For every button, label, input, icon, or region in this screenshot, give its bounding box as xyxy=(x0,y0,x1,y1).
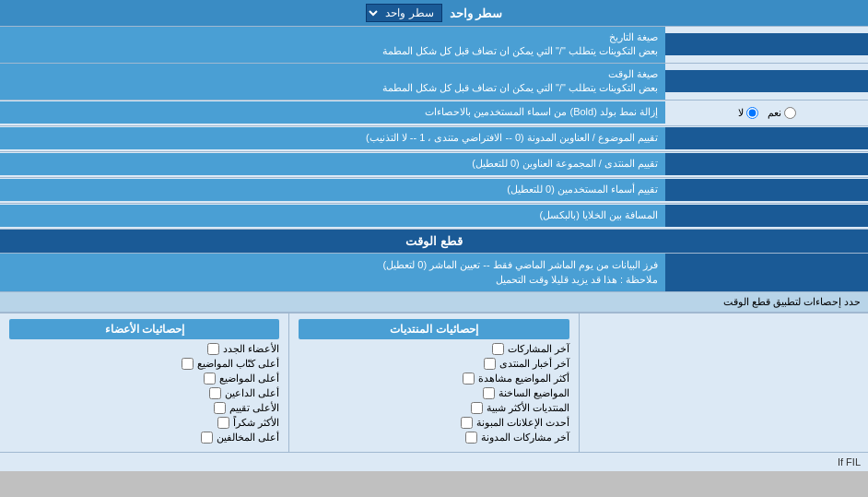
checkbox-new-members[interactable] xyxy=(207,343,219,355)
checkbox-top-posters[interactable] xyxy=(182,358,194,370)
checkbox-latest-announcements[interactable] xyxy=(461,417,473,429)
check-member-2: أعلى كتّاب المواضيع xyxy=(9,358,279,370)
check-item-7-label: آخر مشاركات المدونة xyxy=(481,432,569,444)
check-member-1-label: الأعضاء الجدد xyxy=(223,343,279,355)
checkbox-top-inviters[interactable] xyxy=(209,387,221,399)
user-rating-label: تقييم أسماء المستخدمين (0 للتعطيل) xyxy=(0,179,665,200)
checkbox-blog-posts[interactable] xyxy=(465,432,477,444)
row-topic-rating: 33 تقييم الموضوع / العناوين المدونة (0 -… xyxy=(0,126,868,152)
radio-no-label[interactable]: لا xyxy=(738,107,758,119)
header-row: سطر واحد سطر واحد سطرين ثلاثة أسطر xyxy=(0,0,868,27)
note-row: 0 فرز البيانات من يوم الماشر الماضي فقط … xyxy=(0,254,868,292)
checkbox-most-viewed[interactable] xyxy=(463,373,475,385)
note-input[interactable]: 0 xyxy=(671,266,862,278)
col-members-header: إحصائيات الأعضاء xyxy=(9,319,279,339)
checkboxes-col-members: إحصائيات الأعضاء الأعضاء الجدد أعلى كتّا… xyxy=(0,314,288,452)
date-format-input[interactable]: d-m xyxy=(671,38,862,51)
empty-col xyxy=(580,314,868,452)
check-member-1: الأعضاء الجدد xyxy=(9,343,279,355)
check-item-6-label: أحدث الإعلانات المبونة xyxy=(476,417,569,429)
check-item-2-label: آخر أخبار المنتدى xyxy=(499,358,569,370)
check-item-3-label: أكثر المواضيع مشاهدة xyxy=(478,373,569,385)
check-member-7-label: أعلى المخالفين xyxy=(217,432,279,444)
checkboxes-section: إحصائيات المنتديات آخر المشاركات آخر أخب… xyxy=(0,313,868,452)
time-format-label: صيغة الوقت بعض التكوينات يتطلب "/" التي … xyxy=(0,64,665,100)
topic-rating-input[interactable]: 33 xyxy=(671,132,862,145)
check-member-5-label: الأعلى تقييم xyxy=(229,402,279,414)
divider-col xyxy=(579,314,580,452)
check-member-4: أعلى الداعين xyxy=(9,387,279,399)
row-time-format: H:i صيغة الوقت بعض التكوينات يتطلب "/" ا… xyxy=(0,64,868,101)
row-bold-remove: نعم لا إزالة نمط بولد (Bold) من اسماء ال… xyxy=(0,101,868,126)
bold-remove-label: إزالة نمط بولد (Bold) من اسماء المستخدمي… xyxy=(0,101,665,123)
bottom-note: If FIL xyxy=(0,452,868,471)
checkbox-last-posts[interactable] xyxy=(492,343,504,355)
header-title: سطر واحد xyxy=(450,6,503,20)
check-member-7: أعلى المخالفين xyxy=(9,432,279,444)
forum-rating-label: تقييم المنتدى / المجموعة العناوين (0 للت… xyxy=(0,153,665,174)
topic-rating-label: تقييم الموضوع / العناوين المدونة (0 -- ا… xyxy=(0,127,665,148)
check-member-2-label: أعلى كتّاب المواضيع xyxy=(197,358,279,370)
checkbox-forum-news[interactable] xyxy=(484,358,496,370)
date-format-label: صيغة التاريخ بعض التكوينات يتطلب "/" الت… xyxy=(0,27,665,63)
check-item-1-label: آخر المشاركات xyxy=(508,343,569,355)
check-item-1: آخر المشاركات xyxy=(299,343,569,355)
checkboxes-col-forums: إحصائيات المنتديات آخر المشاركات آخر أخب… xyxy=(289,314,578,452)
topic-rating-input-wrap: 33 xyxy=(665,127,868,149)
check-member-6-label: الأكثر شكراً xyxy=(233,417,279,429)
row-forum-rating: 33 تقييم المنتدى / المجموعة العناوين (0 … xyxy=(0,152,868,178)
radio-yes[interactable] xyxy=(784,107,796,119)
col-forums-header: إحصائيات المنتديات xyxy=(299,319,569,339)
checkbox-popular-forums[interactable] xyxy=(471,402,483,414)
check-member-4-label: أعلى الداعين xyxy=(225,387,279,399)
check-item-7: آخر مشاركات المدونة xyxy=(299,432,569,444)
cell-spacing-input-wrap: 2 xyxy=(665,205,868,227)
row-date-format: d-m صيغة التاريخ بعض التكوينات يتطلب "/"… xyxy=(0,27,868,64)
check-member-6: الأكثر شكراً xyxy=(9,417,279,429)
time-format-input[interactable]: H:i xyxy=(671,75,862,88)
checkbox-top-topics[interactable] xyxy=(204,373,216,385)
user-rating-input-wrap: 0 xyxy=(665,179,868,201)
radio-yes-label[interactable]: نعم xyxy=(768,107,796,119)
check-item-2: آخر أخبار المنتدى xyxy=(299,358,569,370)
checkbox-top-rated[interactable] xyxy=(214,402,226,414)
checkbox-hot-topics[interactable] xyxy=(483,387,495,399)
forum-rating-input-wrap: 33 xyxy=(665,153,868,175)
check-item-3: أكثر المواضيع مشاهدة xyxy=(299,373,569,385)
row-user-rating: 0 تقييم أسماء المستخدمين (0 للتعطيل) xyxy=(0,178,868,204)
check-item-4: المواضيع الساخنة xyxy=(299,387,569,399)
limit-row: حدد إحصاءات لتطبيق قطع الوقت xyxy=(0,292,868,313)
forum-rating-input[interactable]: 33 xyxy=(671,158,862,171)
check-member-3-label: أعلى المواضيع xyxy=(219,373,279,385)
cell-spacing-label: المسافة بين الخلايا (بالبكسل) xyxy=(0,205,665,226)
note-label: فرز البيانات من يوم الماشر الماضي فقط --… xyxy=(0,254,665,291)
section-header: قطع الوقت xyxy=(0,230,868,254)
user-rating-input[interactable]: 0 xyxy=(671,183,862,196)
note-input-wrap: 0 xyxy=(665,254,868,291)
row-cell-spacing: 2 المسافة بين الخلايا (بالبكسل) xyxy=(0,204,868,230)
date-format-input-wrap: d-m xyxy=(665,33,868,55)
divider-col-2 xyxy=(288,314,289,452)
checkbox-most-thanked[interactable] xyxy=(217,417,229,429)
check-member-3: أعلى المواضيع xyxy=(9,373,279,385)
main-container: سطر واحد سطر واحد سطرين ثلاثة أسطر d-m ص… xyxy=(0,0,868,471)
header-select[interactable]: سطر واحد سطرين ثلاثة أسطر xyxy=(366,4,442,22)
time-format-input-wrap: H:i xyxy=(665,70,868,92)
check-item-4-label: المواضيع الساخنة xyxy=(499,387,569,399)
check-member-5: الأعلى تقييم xyxy=(9,402,279,414)
checkbox-top-violators[interactable] xyxy=(201,432,213,444)
check-item-5-label: المنتديات الأكثر شبية xyxy=(487,402,569,414)
radio-no[interactable] xyxy=(746,107,758,119)
cell-spacing-input[interactable]: 2 xyxy=(671,209,862,222)
check-item-5: المنتديات الأكثر شبية xyxy=(299,402,569,414)
check-item-6: أحدث الإعلانات المبونة xyxy=(299,417,569,429)
bold-radio-group: نعم لا xyxy=(665,107,868,119)
